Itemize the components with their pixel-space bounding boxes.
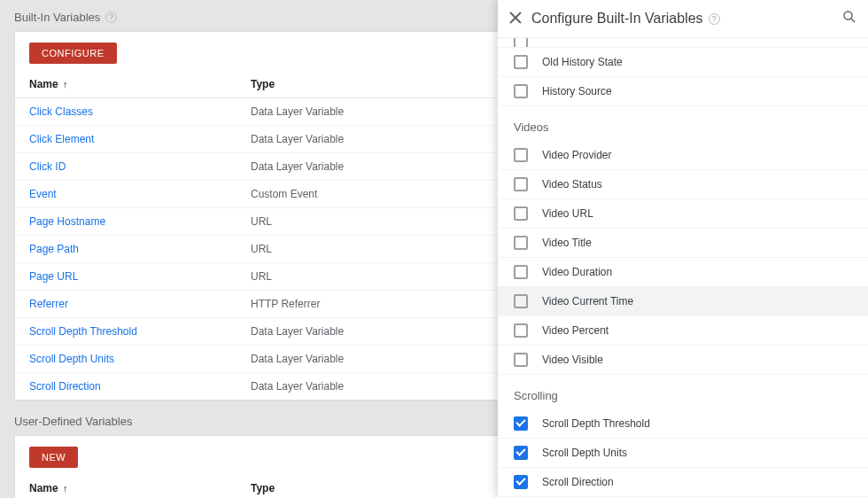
variable-link[interactable]: Page Hostname	[29, 215, 105, 228]
checkbox-label: History Source	[542, 85, 612, 97]
checkbox-label: Video Duration	[542, 266, 612, 278]
variable-link[interactable]: Click Classes	[29, 105, 93, 118]
checkbox-label: Video Provider	[542, 149, 612, 161]
col-header-name-text: Name	[29, 78, 58, 90]
close-icon[interactable]	[508, 10, 523, 27]
col-header-name[interactable]: Name ↑	[15, 71, 236, 98]
help-icon[interactable]: ?	[709, 13, 720, 25]
checkbox-row[interactable]: Video Duration	[498, 257, 868, 286]
checkbox[interactable]	[514, 177, 528, 191]
search-icon[interactable]	[841, 9, 857, 28]
checkbox[interactable]	[514, 265, 528, 279]
builtin-section-title-text: Built-In Variables	[14, 11, 100, 24]
checkbox-row[interactable]: Video Current Time	[498, 286, 868, 315]
sort-arrow-icon: ↑	[63, 483, 68, 494]
configure-button[interactable]: CONFIGURE	[29, 43, 117, 64]
checkbox-label: Scroll Depth Threshold	[542, 417, 650, 430]
col-header-name-text: Name	[29, 482, 58, 494]
group-title-videos: Videos	[498, 106, 868, 141]
checkbox-label: Video Visible	[542, 354, 603, 366]
checkbox-row[interactable]: Scroll Direction	[498, 467, 868, 496]
checkbox-row-cutoff	[498, 38, 868, 47]
checkbox-row[interactable]: Video Title	[498, 228, 868, 257]
checkbox[interactable]	[514, 236, 528, 250]
checkbox-row[interactable]: Video Percent	[498, 315, 868, 345]
checkbox-label: Video URL	[542, 207, 593, 220]
checkbox[interactable]	[514, 148, 528, 162]
checkbox-row[interactable]: History Source	[498, 76, 868, 105]
help-icon[interactable]: ?	[105, 12, 117, 23]
variable-link[interactable]: Page Path	[29, 243, 79, 255]
checkbox[interactable]	[514, 446, 528, 460]
checkbox-row[interactable]: Video Visible	[498, 345, 868, 374]
variable-link[interactable]: Scroll Depth Threshold	[29, 325, 137, 338]
col-header-name[interactable]: Name ↑	[15, 475, 236, 498]
panel-title-text: Configure Built-In Variables	[531, 11, 703, 27]
checkbox[interactable]	[514, 323, 528, 338]
checkbox[interactable]	[514, 55, 528, 69]
checkbox-label: Video Percent	[542, 324, 608, 337]
checkbox[interactable]	[514, 294, 528, 308]
checkbox[interactable]	[514, 353, 528, 367]
variable-link[interactable]: Event	[29, 188, 57, 200]
panel-header: Configure Built-In Variables ?	[498, 0, 868, 38]
variable-link[interactable]: Referrer	[29, 298, 68, 310]
checkbox-row[interactable]: Scroll Depth Units	[498, 438, 868, 467]
variable-link[interactable]: Click ID	[29, 160, 66, 173]
variable-link[interactable]: Scroll Depth Units	[29, 353, 114, 365]
checkbox-row[interactable]: Scroll Depth Threshold	[498, 409, 868, 438]
variable-link[interactable]: Scroll Direction	[29, 380, 101, 393]
checkbox-label: Video Title	[542, 237, 592, 249]
svg-point-0	[844, 12, 852, 19]
checkbox-label: Video Status	[542, 178, 602, 191]
checkbox-row[interactable]: Video URL	[498, 198, 868, 228]
panel-title: Configure Built-In Variables ?	[531, 11, 720, 27]
checkbox[interactable]	[514, 416, 528, 431]
checkbox-label: Old History State	[542, 56, 623, 68]
new-button[interactable]: NEW	[29, 447, 78, 468]
configure-panel: Configure Built-In Variables ? Old Histo…	[498, 0, 868, 498]
variable-link[interactable]: Page URL	[29, 270, 78, 283]
checkbox-label: Scroll Direction	[542, 476, 614, 488]
checkbox-label: Scroll Depth Units	[542, 447, 627, 459]
checkbox-row[interactable]: Video Provider	[498, 141, 868, 169]
checkbox[interactable]	[514, 206, 528, 221]
sort-arrow-icon: ↑	[63, 79, 68, 89]
checkbox[interactable]	[514, 475, 528, 489]
checkbox-label: Video Current Time	[542, 295, 633, 307]
variable-link[interactable]: Click Element	[29, 133, 94, 145]
checkbox[interactable]	[514, 38, 528, 47]
panel-body[interactable]: Old History StateHistory Source Videos V…	[498, 38, 868, 498]
group-title-scrolling: Scrolling	[498, 375, 868, 409]
checkbox-row[interactable]: Old History State	[498, 47, 868, 76]
checkbox[interactable]	[514, 84, 528, 98]
checkbox-row[interactable]: Video Status	[498, 169, 868, 198]
svg-line-1	[851, 19, 855, 22]
